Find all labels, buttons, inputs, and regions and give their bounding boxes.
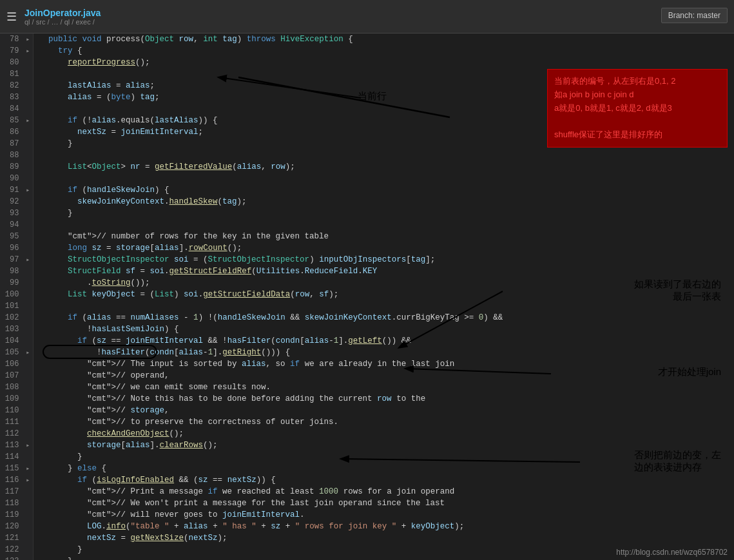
line-row: 88 — [0, 150, 33, 161]
fold-icon[interactable]: ▸ — [23, 349, 33, 356]
line-row: 110 — [0, 405, 33, 416]
line-number: 117 — [0, 487, 23, 496]
code-line: if (alias == numAliases - 1) !(handleSke… — [34, 312, 734, 323]
line-number: 94 — [0, 220, 23, 229]
code-line: long sz = storage[alias].rowCount(); — [34, 242, 734, 254]
line-row: 122 — [0, 544, 33, 555]
code-line: } — [34, 544, 734, 555]
line-row: 111 — [0, 416, 33, 428]
line-row: 121 — [0, 532, 33, 544]
line-number: 106 — [0, 360, 23, 369]
line-number: 119 — [0, 510, 23, 519]
code-line: "cmt">// storage, — [34, 405, 734, 416]
code-line: } — [34, 138, 734, 150]
line-row: 96 — [0, 242, 33, 254]
line-number: 108 — [0, 383, 23, 392]
line-number: 123 — [0, 557, 23, 560]
line-number: 111 — [0, 418, 23, 427]
line-row: 119 — [0, 509, 33, 521]
line-row: 82 — [0, 80, 33, 92]
line-number: 102 — [0, 313, 23, 322]
code-content[interactable]: public void process(Object row, int tag)… — [34, 34, 734, 560]
line-row: 114 — [0, 451, 33, 463]
line-number: 90 — [0, 174, 23, 183]
line-row: 83 — [0, 92, 33, 103]
line-row: 105▸ — [0, 347, 33, 358]
code-line: storage[alias].clearRows(); — [34, 439, 734, 451]
code-line: "cmt">// to preserve the correctness of … — [34, 416, 734, 428]
line-row: 81 — [0, 68, 33, 80]
file-path: ql / src / … / ql / exec / — [24, 18, 101, 26]
line-row: 86 — [0, 126, 33, 138]
branch-button[interactable]: Branch: master — [661, 8, 728, 23]
line-number: 88 — [0, 151, 23, 160]
line-row: 84 — [0, 103, 33, 115]
line-number: 78 — [0, 35, 23, 44]
code-line: "cmt">// We won't print a message for th… — [34, 497, 734, 509]
code-line: public void process(Object row, int tag)… — [34, 34, 734, 45]
line-number: 113 — [0, 441, 23, 450]
code-line: } — [34, 555, 734, 560]
line-row: 115▸ — [0, 463, 33, 474]
code-line — [34, 103, 734, 115]
top-bar: ☰ JoinOperator.java ql / src / … / ql / … — [0, 0, 734, 34]
line-row: 89 — [0, 161, 33, 173]
code-line: } — [34, 451, 734, 463]
code-line: checkAndGenObject(); — [34, 428, 734, 439]
code-line: try { — [34, 45, 734, 57]
line-number: 89 — [0, 162, 23, 171]
fold-icon[interactable]: ▸ — [23, 476, 33, 484]
line-row: 118 — [0, 497, 33, 509]
code-line: "cmt">// number of rows for the key in t… — [34, 231, 734, 242]
fold-icon[interactable]: ▸ — [23, 465, 33, 472]
code-line: StructField sf = soi.getStructFieldRef(U… — [34, 266, 734, 277]
line-row: 90 — [0, 173, 33, 184]
code-line: alias = (byte) tag; — [34, 92, 734, 103]
line-row: 104 — [0, 335, 33, 347]
code-line: !hasFilter(condn[alias-1].getRight())) { — [34, 347, 734, 358]
code-line — [34, 219, 734, 231]
code-line: LOG.info("table " + alias + " has " + sz… — [34, 521, 734, 532]
line-row: 79▸ — [0, 45, 33, 57]
fold-icon[interactable]: ▸ — [23, 47, 33, 55]
fold-icon[interactable]: ▸ — [23, 117, 33, 124]
line-number: 91 — [0, 186, 23, 195]
line-number: 93 — [0, 209, 23, 218]
line-number: 82 — [0, 81, 23, 90]
line-number: 86 — [0, 128, 23, 137]
line-number: 81 — [0, 70, 23, 79]
fold-icon[interactable]: ▸ — [23, 256, 33, 264]
line-number: 103 — [0, 325, 23, 334]
line-number: 104 — [0, 336, 23, 345]
line-row: 80 — [0, 57, 33, 68]
code-line — [34, 150, 734, 161]
fold-icon[interactable]: ▸ — [23, 441, 33, 449]
line-number: 116 — [0, 476, 23, 485]
line-number: 120 — [0, 522, 23, 531]
line-row: 107 — [0, 370, 33, 381]
line-number: 118 — [0, 499, 23, 508]
line-row: 98 — [0, 266, 33, 277]
line-number: 101 — [0, 302, 23, 311]
line-row: 112 — [0, 428, 33, 439]
line-row: 108 — [0, 381, 33, 393]
line-number: 99 — [0, 278, 23, 287]
fold-icon[interactable]: ▸ — [23, 35, 33, 43]
line-number: 112 — [0, 429, 23, 438]
fold-icon[interactable]: ▸ — [23, 186, 33, 194]
line-number: 80 — [0, 58, 23, 67]
code-line: skewJoinKeyContext.handleSkew(tag); — [34, 196, 734, 208]
code-line: } else { — [34, 463, 734, 474]
line-number: 100 — [0, 290, 23, 299]
line-number: 84 — [0, 104, 23, 113]
code-line — [34, 300, 734, 312]
code-line: "cmt">// Note this has to be done before… — [34, 393, 734, 405]
code-line: if (handleSkewJoin) { — [34, 184, 734, 196]
line-row: 113▸ — [0, 439, 33, 451]
menu-icon[interactable]: ☰ — [6, 10, 17, 24]
line-row: 116▸ — [0, 474, 33, 486]
code-line: "cmt">// The input is sorted by alias, s… — [34, 358, 734, 370]
code-line: if (!alias.equals(lastAlias)) { — [34, 115, 734, 126]
line-number: 92 — [0, 197, 23, 206]
code-line: nextSz = getNextSize(nextSz); — [34, 532, 734, 544]
